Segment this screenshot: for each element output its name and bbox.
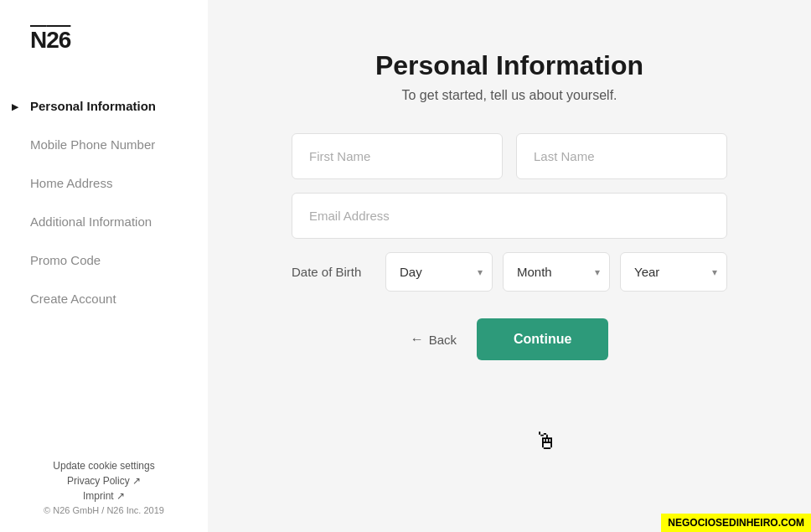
logo-area: N26 [0, 0, 208, 87]
sidebar-item-label: Mobile Phone Number [30, 137, 155, 152]
sidebar: N26 Personal Information Mobile Phone Nu… [0, 0, 208, 532]
last-name-input[interactable] [516, 133, 727, 179]
sidebar-item-label: Additional Information [30, 214, 152, 229]
nav-list: Personal Information Mobile Phone Number… [0, 87, 208, 443]
watermark: NEGOCIOSEDINHEIRO.COM [661, 514, 811, 532]
back-arrow-icon: ← [411, 332, 424, 347]
page-title: Personal Information [292, 50, 727, 81]
name-row [292, 133, 727, 179]
cookie-settings-link[interactable]: Update cookie settings [30, 460, 178, 472]
continue-label: Continue [514, 332, 571, 346]
sidebar-footer: Update cookie settings Privacy Policy ↗ … [0, 443, 208, 532]
year-select[interactable]: Year 199019911992 199319941995 199619971… [620, 252, 727, 292]
first-name-input[interactable] [292, 133, 503, 179]
page-subtitle: To get started, tell us about yourself. [292, 88, 727, 103]
actions-row: ← Back Continue [292, 318, 727, 360]
day-wrapper: Day 1234 5678 9101112 13141516 17181920 … [385, 252, 493, 292]
sidebar-item-label: Promo Code [30, 253, 101, 267]
logo-number: 26 [46, 27, 70, 53]
sidebar-item-create-account[interactable]: Create Account [0, 280, 208, 318]
logo: N26 [30, 27, 70, 54]
dob-row: Date of Birth Day 1234 5678 9101112 1314… [292, 252, 727, 292]
first-name-wrapper [292, 133, 503, 179]
sidebar-item-home-address[interactable]: Home Address [0, 164, 208, 203]
last-name-wrapper [516, 133, 727, 179]
sidebar-item-mobile-phone-number[interactable]: Mobile Phone Number [0, 126, 208, 164]
sidebar-item-label: Personal Information [30, 99, 156, 113]
day-select[interactable]: Day 1234 5678 9101112 13141516 17181920 … [385, 252, 493, 292]
email-input[interactable] [292, 193, 727, 239]
dob-label: Date of Birth [292, 265, 375, 279]
sidebar-item-promo-code[interactable]: Promo Code [0, 241, 208, 280]
sidebar-item-additional-information[interactable]: Additional Information [0, 203, 208, 241]
sidebar-item-label: Home Address [30, 176, 112, 190]
form-container: Personal Information To get started, tel… [292, 50, 727, 360]
main-content: Personal Information To get started, tel… [208, 0, 811, 532]
year-wrapper: Year 199019911992 199319941995 199619971… [620, 252, 727, 292]
back-button[interactable]: ← Back [411, 323, 457, 355]
month-select[interactable]: Month JanuaryFebruaryMarch AprilMayJune … [503, 252, 610, 292]
privacy-policy-link[interactable]: Privacy Policy ↗ [30, 475, 178, 487]
logo-text: N [30, 27, 46, 53]
continue-button[interactable]: Continue [477, 318, 608, 360]
sidebar-item-personal-information[interactable]: Personal Information [0, 87, 208, 126]
email-row [292, 193, 727, 239]
sidebar-item-label: Create Account [30, 292, 116, 306]
imprint-link[interactable]: Imprint ↗ [30, 490, 178, 502]
month-wrapper: Month JanuaryFebruaryMarch AprilMayJune … [503, 252, 610, 292]
copyright-text: © N26 GmbH / N26 Inc. 2019 [30, 505, 178, 515]
back-label: Back [429, 333, 457, 347]
